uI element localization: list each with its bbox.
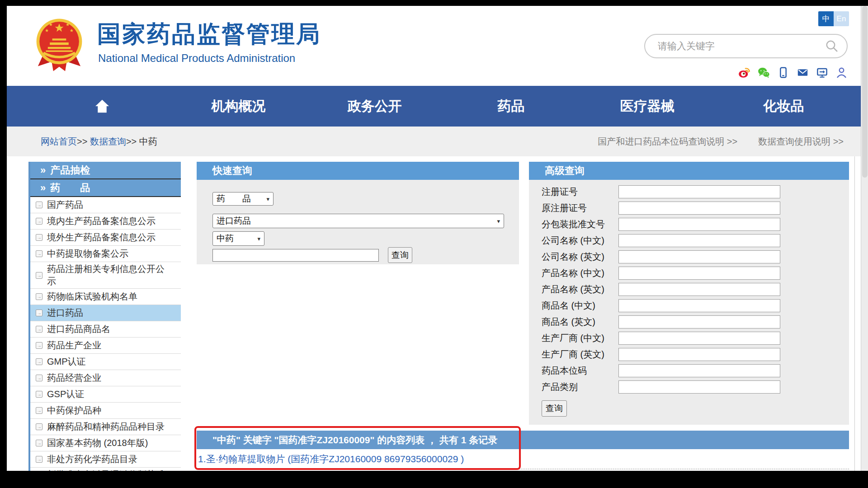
field-input[interactable] bbox=[618, 250, 780, 263]
content-right-border bbox=[854, 156, 855, 471]
sidebar-item[interactable]: → 中药提取物备案公示 bbox=[30, 246, 181, 262]
field-input[interactable] bbox=[618, 348, 780, 361]
field-label: 产品名称 (英文) bbox=[542, 283, 618, 296]
field-input[interactable] bbox=[618, 267, 780, 280]
sidebar-item-label: 境内生产药品备案信息公示 bbox=[47, 215, 156, 227]
field-label: 生产厂商 (中文) bbox=[542, 332, 618, 344]
sidebar-item[interactable]: → 境内生产药品备案信息公示 bbox=[30, 213, 181, 230]
expand-box-icon: → bbox=[36, 391, 42, 398]
sidebar-item-label: 麻醉药品和精神药品品种目录 bbox=[47, 421, 165, 433]
sidebar-item-label: GSP认证 bbox=[47, 388, 84, 400]
quick-search-button[interactable]: 查询 bbox=[388, 247, 412, 263]
field-label: 产品类别 bbox=[542, 381, 618, 393]
subtype-select-value: 中药 bbox=[217, 233, 234, 244]
sidebar-item[interactable]: → 药物临床试验机构名单 bbox=[30, 289, 181, 305]
mail-icon[interactable] bbox=[797, 66, 809, 79]
sidebar-item[interactable]: → 国家基本药物 (2018年版) bbox=[30, 435, 181, 451]
nav-item[interactable]: 医疗器械 bbox=[579, 97, 716, 116]
nav-home-button[interactable] bbox=[34, 98, 170, 114]
search-input[interactable]: 请输入关键字 bbox=[658, 40, 825, 52]
field-input[interactable] bbox=[618, 332, 780, 345]
advanced-query-body: 注册证号 原注册证号 分包装批准文号 公司名称 (中文) bbox=[529, 180, 849, 425]
expand-box-icon: → bbox=[36, 234, 42, 241]
monitor-icon[interactable] bbox=[816, 66, 828, 79]
sidebar-item[interactable]: → 国产药品 bbox=[30, 197, 181, 213]
sidebar-item[interactable]: → 药品注册相关专利信息公开公示 bbox=[30, 262, 181, 289]
advanced-search-button[interactable]: 查询 bbox=[542, 400, 567, 417]
double-chevron-icon: » bbox=[40, 182, 46, 194]
sidebar-item[interactable]: → 境外生产药品备案信息公示 bbox=[30, 230, 181, 246]
advanced-query-title: 高级查询 bbox=[545, 164, 585, 178]
site-search-box[interactable]: 请输入关键字 bbox=[644, 34, 848, 58]
sidebar-header-product-sampling[interactable]: » 产品抽检 bbox=[30, 162, 181, 179]
national-emblem-icon bbox=[34, 17, 85, 74]
sidebar-item[interactable]: → 非处方药化学药品目录 bbox=[30, 451, 181, 468]
help-link[interactable]: 数据查询使用说明 >> bbox=[758, 136, 844, 148]
help-link[interactable]: 国产和进口药品本位码查询说明 >> bbox=[598, 136, 737, 148]
lang-zh-button[interactable]: 中 bbox=[818, 11, 834, 26]
advanced-query-row: 产品名称 (英文) bbox=[542, 283, 849, 296]
sidebar-item[interactable]: → GMP认证 bbox=[30, 354, 181, 370]
scrollbar[interactable] bbox=[861, 6, 868, 471]
sidebar-item[interactable]: → 进口药品 bbox=[30, 305, 181, 321]
nav-item[interactable]: 机构概况 bbox=[170, 97, 307, 116]
nav-item[interactable]: 政务公开 bbox=[307, 97, 443, 116]
result-link[interactable]: 1.圣·约翰草提取物片 (国药准字ZJ20160009 869793560000… bbox=[198, 453, 464, 465]
field-input[interactable] bbox=[618, 218, 780, 231]
nav-item[interactable]: 化妆品 bbox=[716, 97, 852, 116]
sidebar-item[interactable]: → 进口药品商品名 bbox=[30, 321, 181, 338]
sidebar-header-label: 产品抽检 bbox=[50, 164, 90, 177]
scrollbar-thumb[interactable] bbox=[862, 6, 868, 178]
field-input[interactable] bbox=[618, 364, 780, 377]
results-list: 1.圣·约翰草提取物片 (国药准字ZJ20160009 869793560000… bbox=[197, 449, 849, 469]
mobile-icon[interactable] bbox=[777, 66, 789, 79]
field-label: 公司名称 (中文) bbox=[542, 235, 618, 247]
language-switch: 中 En bbox=[818, 11, 849, 26]
field-label: 商品名 (中文) bbox=[542, 300, 618, 312]
field-input[interactable] bbox=[618, 202, 780, 215]
breadcrumb-section-link[interactable]: 数据查询 bbox=[90, 136, 126, 146]
person-icon[interactable] bbox=[835, 66, 848, 79]
advanced-query-row: 生产厂商 (中文) bbox=[542, 332, 849, 345]
sidebar-header-label: 药 品 bbox=[50, 181, 90, 195]
sidebar-item-label: 药品生产企业 bbox=[47, 339, 101, 352]
sidebar-item[interactable]: → 药品经营企业 bbox=[30, 370, 181, 386]
advanced-query-row: 公司名称 (英文) bbox=[542, 250, 849, 263]
advanced-query-row: 生产厂商 (英文) bbox=[542, 348, 849, 361]
type-select[interactable]: 进口药品 ▾ bbox=[212, 214, 504, 228]
sidebar-item[interactable]: → 药品生产企业 bbox=[30, 338, 181, 354]
category-select[interactable]: 药 品 ▾ bbox=[212, 192, 274, 206]
breadcrumb-strip: 网站首页>> 数据查询>> 中药 国产和进口药品本位码查询说明 >> 数据查询使… bbox=[7, 127, 861, 156]
nav-item[interactable]: 药品 bbox=[443, 97, 580, 116]
quick-query-header: 快速查询 bbox=[197, 162, 519, 180]
chevron-down-icon: ▾ bbox=[257, 235, 260, 242]
advanced-query-row: 产品类别 bbox=[542, 380, 849, 394]
field-input[interactable] bbox=[618, 283, 780, 296]
weibo-icon[interactable] bbox=[738, 66, 750, 79]
field-input[interactable] bbox=[618, 299, 780, 312]
sidebar-menu: » 产品抽检 » 药 品 → 国产药品 → 境内生产药品备案信息公示 → bbox=[28, 162, 181, 488]
field-input[interactable] bbox=[618, 380, 780, 394]
expand-box-icon: → bbox=[36, 342, 42, 349]
breadcrumb-home-link[interactable]: 网站首页 bbox=[41, 136, 77, 146]
left-black-bar bbox=[0, 0, 7, 488]
sidebar-items: → 国产药品 → 境内生产药品备案信息公示 → 境外生产药品备案信息公示 → 中… bbox=[30, 197, 181, 488]
chevron-down-icon: ▾ bbox=[497, 218, 500, 225]
sidebar-header-drugs[interactable]: » 药 品 bbox=[30, 179, 181, 197]
advanced-query-row: 分包装批准文号 bbox=[542, 218, 849, 231]
quick-query-body: 药 品 ▾ 进口药品 ▾ 中药 ▾ 查询 bbox=[197, 180, 519, 264]
field-input[interactable] bbox=[618, 185, 780, 198]
field-input[interactable] bbox=[618, 315, 780, 328]
lang-en-button[interactable]: En bbox=[834, 11, 849, 26]
wechat-icon[interactable] bbox=[758, 66, 770, 79]
field-input[interactable] bbox=[618, 234, 780, 247]
sidebar-item[interactable]: → 麻醉药品和精神药品品种目录 bbox=[30, 419, 181, 435]
sidebar-item[interactable]: → 中药保护品种 bbox=[30, 403, 181, 419]
category-select-value: 药 品 bbox=[217, 193, 251, 205]
subtype-select[interactable]: 中药 ▾ bbox=[212, 231, 264, 246]
sidebar-item[interactable]: → GSP认证 bbox=[30, 386, 181, 403]
field-label: 生产厂商 (英文) bbox=[542, 348, 618, 361]
keyword-input[interactable] bbox=[212, 249, 379, 262]
expand-box-icon: → bbox=[36, 440, 42, 446]
search-icon[interactable] bbox=[825, 39, 839, 53]
